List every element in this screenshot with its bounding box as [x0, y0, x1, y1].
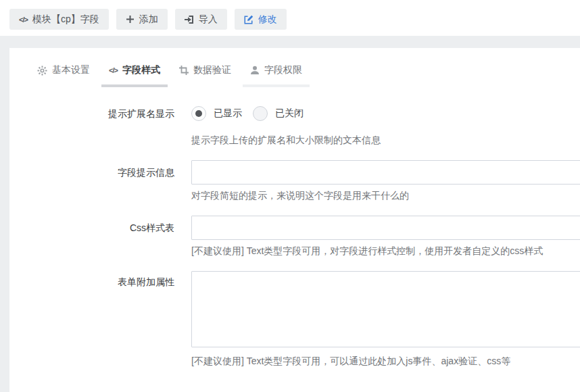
- field-label: Css样式表: [9, 216, 174, 240]
- tab-basic-settings[interactable]: 基本设置: [30, 64, 97, 87]
- form-group-field-hint: 字段提示信息 对字段简短的提示，来说明这个字段是用来干什么的: [9, 160, 580, 202]
- radio-group: 已显示 已关闭: [191, 106, 304, 121]
- tab-label: 字段权限: [264, 64, 302, 76]
- tab-label: 字段样式: [122, 64, 160, 76]
- plus-icon: [126, 15, 135, 24]
- toolbar: </> 模块【cp】字段 添加 导入 修改: [0, 0, 580, 36]
- module-fields-button[interactable]: </> 模块【cp】字段: [9, 9, 109, 30]
- tab-label: 数据验证: [193, 64, 231, 76]
- edit-icon: [244, 15, 253, 24]
- radio-option-closed[interactable]: 已关闭: [253, 106, 304, 121]
- add-label: 添加: [139, 14, 158, 26]
- radio-option-shown[interactable]: 已显示: [191, 106, 242, 121]
- radio-label: 已显示: [214, 107, 242, 120]
- help-text: 对字段简短的提示，来说明这个字段是用来干什么的: [191, 190, 580, 202]
- content-area: 基本设置 </> 字段样式 数据验证: [0, 48, 580, 392]
- edit-button[interactable]: 修改: [235, 9, 287, 30]
- gear-icon: [37, 66, 47, 76]
- code-icon: </>: [109, 66, 118, 74]
- radio-checked-icon[interactable]: [191, 106, 206, 121]
- import-button[interactable]: 导入: [175, 9, 227, 30]
- tab-label: 基本设置: [52, 64, 90, 76]
- page-background-strip: [0, 36, 580, 48]
- field-label: 表单附加属性: [9, 271, 174, 350]
- help-text: [不建议使用] Text类型字段可用，对字段进行样式控制，使用开发者自定义的cs…: [191, 245, 580, 258]
- radio-label: 已关闭: [275, 107, 304, 120]
- field-hint-input[interactable]: [191, 160, 580, 185]
- field-label: 字段提示信息: [9, 160, 174, 185]
- crop-icon: [179, 66, 189, 75]
- settings-card: 基本设置 </> 字段样式 数据验证: [9, 48, 580, 392]
- import-label: 导入: [199, 14, 218, 26]
- form-group-css-style: Css样式表 [不建议使用] Text类型字段可用，对字段进行样式控制，使用开发…: [9, 216, 580, 258]
- sign-in-icon: [185, 15, 194, 24]
- module-fields-label: 模块【cp】字段: [32, 14, 99, 26]
- code-icon: </>: [19, 16, 28, 24]
- user-icon: [250, 66, 260, 75]
- form-group-form-attributes: 表单附加属性 [不建议使用] Text类型字段可用，可以通过此处加入js事件、a…: [9, 271, 580, 368]
- edit-label: 修改: [258, 14, 277, 26]
- form-group-extension-hint-display: 提示扩展名显示 已显示 已关闭: [9, 106, 580, 147]
- tab-data-validation[interactable]: 数据验证: [172, 64, 239, 87]
- tab-field-permissions[interactable]: 字段权限: [243, 64, 310, 87]
- radio-unchecked-icon[interactable]: [253, 106, 268, 121]
- field-style-form: 提示扩展名显示 已显示 已关闭: [9, 87, 580, 368]
- form-attributes-textarea[interactable]: [191, 271, 580, 347]
- css-style-input[interactable]: [191, 216, 580, 240]
- add-button[interactable]: 添加: [116, 9, 168, 30]
- tab-bar: 基本设置 </> 字段样式 数据验证: [9, 64, 580, 87]
- field-label: 提示扩展名显示: [9, 106, 174, 121]
- help-text: 提示字段上传的扩展名和大小限制的文本信息: [191, 134, 580, 147]
- tab-field-style[interactable]: </> 字段样式: [101, 64, 168, 87]
- help-text: [不建议使用] Text类型字段可用，可以通过此处加入js事件、ajax验证、c…: [191, 356, 580, 368]
